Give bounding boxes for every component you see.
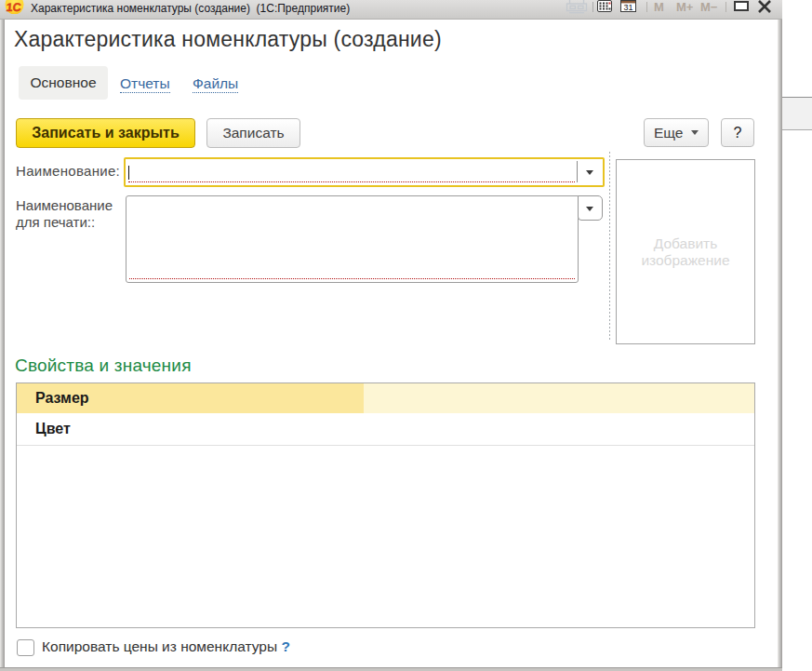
svg-text:1С: 1С (6, 1, 21, 14)
svg-text:31: 31 (623, 3, 632, 12)
